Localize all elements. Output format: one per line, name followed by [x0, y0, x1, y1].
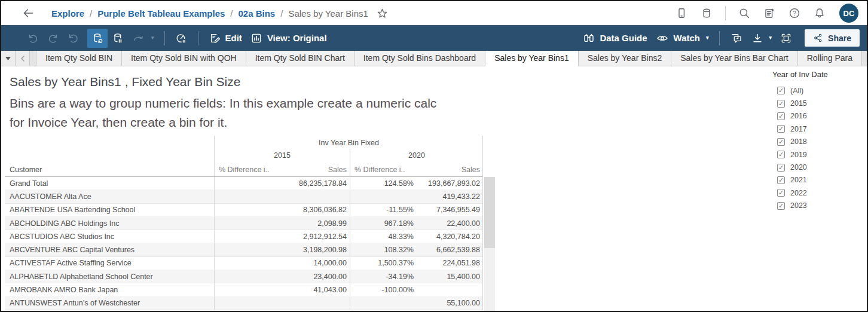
tab-item-qty-sold-bin[interactable]: Item Qty Sold BIN — [36, 51, 122, 66]
watch-button[interactable]: Watch ▾ — [652, 29, 713, 48]
customer-cell[interactable]: ACTIVESTAF Active Staffing Service — [5, 257, 214, 270]
filter-option-2017[interactable]: ✓2017 — [772, 123, 865, 135]
value-cell[interactable]: 86,235,178.84 — [281, 177, 350, 189]
customer-cell[interactable]: ABARTENDE USA Bartending School — [5, 204, 214, 216]
value-cell[interactable] — [281, 297, 350, 310]
measure-header[interactable]: Sales — [281, 166, 350, 176]
customer-cell[interactable]: ABCHOLDING ABC Holdings Inc — [5, 217, 214, 230]
year-header-2015[interactable]: 2015 — [214, 149, 350, 163]
tablet-icon[interactable] — [671, 3, 692, 23]
value-cell[interactable]: 124.58% — [350, 177, 417, 189]
tab-menu-button[interactable] — [1, 51, 16, 66]
checkbox-icon[interactable]: ✓ — [777, 189, 785, 197]
value-cell[interactable] — [214, 204, 281, 216]
value-cell[interactable] — [214, 257, 281, 270]
undo-icon[interactable] — [23, 29, 43, 48]
measure-header[interactable]: Sales — [417, 166, 483, 176]
value-cell[interactable] — [350, 297, 417, 310]
help-icon[interactable]: ? — [784, 3, 805, 23]
notes-star-icon[interactable] — [759, 3, 780, 23]
edit-button[interactable]: Edit — [204, 29, 246, 48]
forward-arrow-icon[interactable]: ▾ — [128, 29, 158, 48]
filter-option-2020[interactable]: ✓2020 — [772, 161, 865, 173]
value-cell[interactable]: 6,662,539.88 — [417, 243, 483, 256]
checkbox-icon[interactable]: ✓ — [777, 138, 785, 146]
value-cell[interactable] — [214, 190, 281, 203]
value-cell[interactable]: 419,433.22 — [417, 190, 483, 203]
table-scrollbar[interactable] — [484, 177, 495, 311]
measure-header[interactable]: % Difference i.. — [214, 163, 281, 176]
value-cell[interactable] — [214, 270, 281, 283]
tab-sales-by-year-bins-bar-chart[interactable]: Sales by Year Bins Bar Chart — [671, 51, 798, 66]
filter-option-2018[interactable]: ✓2018 — [772, 136, 865, 148]
value-cell[interactable]: -100.00% — [350, 283, 417, 296]
customer-cell[interactable]: AMROBANK AMRO Bank Japan — [5, 283, 214, 296]
value-cell[interactable] — [214, 230, 281, 243]
breadcrumb-item-explore[interactable]: Explore — [51, 8, 84, 19]
customer-cell[interactable]: ALPHABETLD Alphabetland School Center — [5, 270, 214, 283]
filter-option-2021[interactable]: ✓2021 — [772, 174, 865, 186]
value-cell[interactable] — [214, 217, 281, 230]
avatar[interactable]: DC — [839, 4, 858, 23]
value-cell[interactable] — [214, 283, 281, 296]
value-cell[interactable]: 193,667,893.02 — [417, 177, 483, 189]
value-cell[interactable]: 967.18% — [350, 217, 417, 230]
checkbox-icon[interactable]: ✓ — [777, 100, 785, 108]
fullscreen-icon[interactable] — [776, 29, 796, 48]
value-cell[interactable]: 8,306,036.82 — [281, 204, 350, 216]
value-cell[interactable]: 22,400.00 — [417, 217, 483, 230]
database-icon[interactable] — [696, 3, 717, 23]
measure-header[interactable]: % Difference i.. — [350, 163, 417, 176]
customer-cell[interactable]: Grand Total — [5, 177, 214, 189]
scrollbar-thumb[interactable] — [484, 177, 495, 248]
value-cell[interactable] — [281, 190, 350, 203]
tab-item-qty-sold-bins-dashboard[interactable]: Item Qty Sold Bins Dashboard — [354, 51, 485, 66]
value-cell[interactable] — [350, 190, 417, 203]
year-header-2020[interactable]: 2020 — [350, 149, 483, 163]
filter-option-2022[interactable]: ✓2022 — [772, 186, 865, 199]
value-cell[interactable] — [417, 283, 483, 296]
value-cell[interactable]: 7,346,955.49 — [417, 204, 483, 216]
customer-cell[interactable]: AACUSTOMER Alta Ace — [5, 190, 214, 203]
tab-item-qty-sold-bin-with-qoh[interactable]: Item Qty Sold BIN with QOH — [122, 51, 246, 66]
view-original-button[interactable]: View: Original — [246, 29, 331, 48]
value-cell[interactable]: 23,400.00 — [281, 270, 350, 283]
dimension-header[interactable]: Inv Year Bin Fixed — [214, 136, 483, 150]
data-guide-button[interactable]: Data Guide — [579, 29, 651, 48]
checkbox-icon[interactable]: ✓ — [777, 87, 785, 94]
tab-sales-by-year-bins2[interactable]: Sales by Year Bins2 — [579, 51, 672, 66]
checkbox-icon[interactable]: ✓ — [777, 164, 785, 172]
value-cell[interactable]: 15,400.00 — [417, 270, 483, 283]
redo-icon[interactable] — [43, 29, 63, 48]
value-cell[interactable]: 14,000.00 — [281, 257, 350, 270]
value-cell[interactable] — [214, 177, 281, 189]
value-cell[interactable]: 55,100.00 — [417, 297, 483, 310]
download-button[interactable]: ▾ — [747, 29, 777, 48]
filter-option-all[interactable]: ✓(All) — [772, 84, 865, 97]
value-cell[interactable] — [214, 243, 281, 256]
customer-cell[interactable]: ABCSTUDIOS ABC Studios Inc — [5, 230, 214, 243]
breadcrumb-item-02a-bins[interactable]: 02a Bins — [239, 8, 276, 19]
value-cell[interactable]: -34.19% — [350, 270, 417, 283]
tab-rolling-para[interactable]: Rolling Para — [798, 51, 862, 66]
back-arrow-icon[interactable] — [19, 4, 37, 22]
revert-icon[interactable] — [63, 29, 84, 48]
filter-option-2023[interactable]: ✓2023 — [772, 200, 865, 212]
tab-sales-by-year-bins1[interactable]: Sales by Year Bins1 — [485, 51, 579, 66]
value-cell[interactable]: 108.32% — [350, 243, 417, 256]
value-cell[interactable]: 41,043.00 — [281, 283, 350, 296]
search-icon[interactable] — [734, 3, 754, 23]
checkbox-icon[interactable]: ✓ — [777, 151, 785, 158]
tab-item-qty-sold-bin-chart[interactable]: Item Qty Sold BIN Chart — [246, 51, 354, 66]
favorite-star-icon[interactable] — [377, 8, 388, 19]
checkbox-icon[interactable]: ✓ — [777, 125, 785, 133]
share-button[interactable]: Share — [805, 29, 860, 47]
checkbox-icon[interactable]: ✓ — [777, 112, 785, 120]
filter-option-2016[interactable]: ✓2016 — [772, 110, 865, 123]
value-cell[interactable] — [214, 297, 281, 310]
value-cell[interactable]: 2,912,912.54 — [281, 230, 350, 243]
value-cell[interactable]: 224,051.98 — [417, 257, 483, 270]
value-cell[interactable]: 3,198,200.98 — [281, 243, 350, 256]
database-refresh-icon[interactable] — [87, 29, 108, 48]
filter-option-2019[interactable]: ✓2019 — [772, 148, 865, 161]
